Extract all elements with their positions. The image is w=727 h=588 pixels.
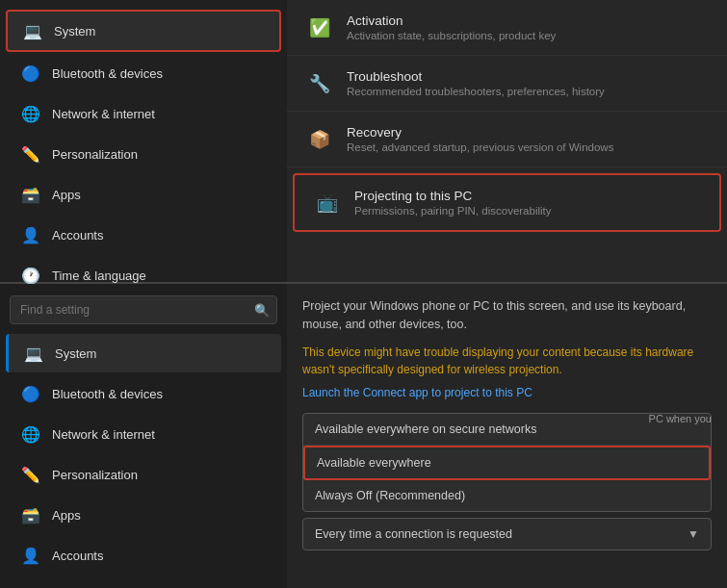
sidebar-bluetooth-label-bottom: Bluetooth & devices — [52, 387, 163, 401]
sidebar-item-personalization-bottom[interactable]: ✏️ Personalization — [6, 455, 281, 494]
system-icon-bottom: 💻 — [24, 344, 43, 363]
sidebar-item-personalization-top[interactable]: ✏️ Personalization — [6, 135, 281, 173]
sidebar-item-accounts-bottom[interactable]: 👤 Accounts — [6, 536, 281, 575]
time-icon-top: 🕐 — [21, 266, 40, 285]
sidebar-top: 💻 System 🔵 Bluetooth & devices 🌐 Network… — [0, 0, 287, 282]
accounts-icon-bottom: 👤 — [21, 546, 40, 565]
sidebar-network-label-bottom: Network & internet — [52, 427, 155, 442]
sidebar-bluetooth-label-top: Bluetooth & devices — [52, 66, 163, 81]
chevron-down-icon: ▼ — [688, 527, 699, 541]
sidebar-item-bluetooth-bottom[interactable]: 🔵 Bluetooth & devices — [6, 374, 281, 413]
sidebar-time-label-top: Time & language — [52, 268, 146, 283]
content-bottom: Project your Windows phone or PC to this… — [287, 284, 727, 588]
sidebar-item-system-bottom[interactable]: 💻 System — [6, 334, 281, 372]
apps-icon-top: 🗃️ — [21, 185, 40, 204]
apps-icon-bottom: 🗃️ — [21, 505, 40, 524]
bluetooth-icon-bottom: 🔵 — [21, 384, 40, 403]
activation-title: Activation — [347, 13, 556, 28]
sidebar-item-apps-top[interactable]: 🗃️ Apps — [6, 175, 281, 214]
search-input[interactable] — [10, 295, 277, 324]
pc-when-label: PC when you — [649, 413, 712, 424]
recovery-icon: 📦 — [306, 126, 333, 153]
recovery-item[interactable]: 📦 Recovery Reset, advanced startup, prev… — [287, 112, 727, 167]
network-icon-top: 🌐 — [21, 104, 40, 123]
sidebar-bottom: 🔍 💻 System 🔵 Bluetooth & devices 🌐 Netwo… — [0, 284, 287, 588]
accounts-icon-top: 👤 — [21, 225, 40, 244]
top-panel: 💻 System 🔵 Bluetooth & devices 🌐 Network… — [0, 0, 727, 284]
sidebar-item-network-bottom[interactable]: 🌐 Network & internet — [6, 415, 281, 453]
network-icon-bottom: 🌐 — [21, 424, 40, 444]
personalization-icon-top: ✏️ — [21, 144, 40, 164]
recovery-title: Recovery — [347, 125, 613, 140]
projecting-item[interactable]: 📺 Projecting to this PC Permissions, pai… — [293, 173, 721, 232]
projection-description: Project your Windows phone or PC to this… — [302, 297, 712, 334]
search-box[interactable]: 🔍 — [10, 295, 277, 324]
sidebar-item-network-top[interactable]: 🌐 Network & internet — [6, 94, 281, 133]
troubleshoot-title: Troubleshoot — [347, 69, 605, 84]
sidebar-personalization-label-top: Personalization — [52, 147, 138, 162]
connection-select-row[interactable]: Every time a connection is requested ▼ — [302, 518, 712, 550]
projection-warning: This device might have trouble displayin… — [302, 344, 712, 378]
system-icon: 💻 — [23, 21, 42, 40]
troubleshoot-icon: 🔧 — [306, 70, 333, 97]
sidebar-apps-label-top: Apps — [52, 188, 81, 202]
projection-dropdown[interactable]: Available everywhere on secure networks … — [302, 413, 712, 512]
projecting-subtitle: Permissions, pairing PIN, discoverabilit… — [354, 205, 552, 217]
connection-select-label: Every time a connection is requested — [315, 527, 512, 541]
projecting-title: Projecting to this PC — [354, 189, 552, 203]
connect-app-link[interactable]: Launch the Connect app to project to thi… — [302, 386, 712, 399]
sidebar-apps-label-bottom: Apps — [52, 508, 81, 523]
troubleshoot-item[interactable]: 🔧 Troubleshoot Recommended troubleshoote… — [287, 56, 727, 112]
content-top: ✅ Activation Activation state, subscript… — [287, 0, 727, 282]
option-available-everywhere[interactable]: Available everywhere — [303, 446, 711, 480]
sidebar-item-accounts-top[interactable]: 👤 Accounts — [6, 216, 281, 254]
sidebar-accounts-label-bottom: Accounts — [52, 549, 103, 563]
recovery-subtitle: Reset, advanced startup, previous versio… — [347, 141, 613, 153]
sidebar-system-label-bottom: System — [55, 346, 96, 361]
sidebar-personalization-label-bottom: Personalization — [52, 468, 138, 482]
troubleshoot-subtitle: Recommended troubleshooters, preferences… — [347, 86, 605, 97]
activation-icon: ✅ — [306, 14, 333, 41]
sidebar-item-time-bottom[interactable]: 🕐 Time & language — [6, 576, 281, 588]
search-icon: 🔍 — [254, 303, 270, 318]
activation-subtitle: Activation state, subscriptions, product… — [347, 30, 556, 41]
personalization-icon-bottom: ✏️ — [21, 465, 40, 484]
sidebar-item-bluetooth-top[interactable]: 🔵 Bluetooth & devices — [6, 54, 281, 92]
sidebar-accounts-label-top: Accounts — [52, 228, 103, 243]
sidebar-item-system-top[interactable]: 💻 System — [6, 10, 281, 52]
bottom-panel: 🔍 💻 System 🔵 Bluetooth & devices 🌐 Netwo… — [0, 284, 727, 588]
projecting-icon: 📺 — [314, 190, 341, 217]
activation-item[interactable]: ✅ Activation Activation state, subscript… — [287, 0, 727, 56]
sidebar-item-apps-bottom[interactable]: 🗃️ Apps — [6, 496, 281, 534]
sidebar-system-label-top: System — [54, 24, 95, 38]
sidebar-network-label-top: Network & internet — [52, 107, 155, 121]
option-always-off[interactable]: Always Off (Recommended) — [303, 480, 711, 511]
bluetooth-icon: 🔵 — [21, 64, 40, 83]
